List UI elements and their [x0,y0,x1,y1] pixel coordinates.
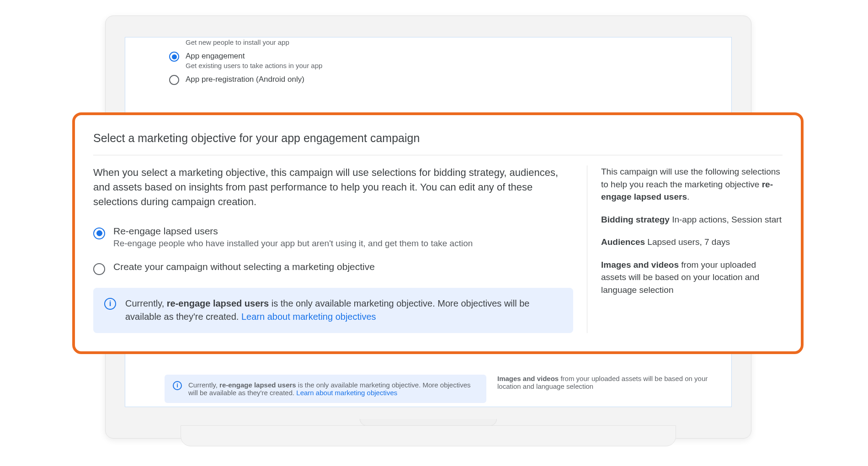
bg-engagement-title: App engagement [186,52,322,61]
side-intro-suffix: . [687,192,689,201]
side-aud-label: Audiences [601,237,645,247]
bg-installs-desc: Get new people to install your app [186,38,289,46]
radio-no-objective[interactable] [93,263,105,275]
info-text-bold: re-engage lapsed users [167,298,269,308]
selections-preview: This campaign will use the following sel… [587,165,783,333]
laptop-notch [360,419,497,426]
info-icon: i [104,298,116,310]
marketing-objective-callout: Select a marketing objective for your ap… [72,112,804,354]
option-reengage-desc: Re-engage people who have installed your… [113,238,473,249]
option-no-objective[interactable]: Create your campaign without selecting a… [93,261,573,275]
radio-reengage[interactable] [93,228,105,239]
bg-engagement-desc: Get existing users to take actions in yo… [186,62,322,69]
callout-intro: When you select a marketing objective, t… [93,165,573,209]
bg-prereg-title: App pre-registration (Android only) [186,75,304,84]
side-aud-value: Lapsed users, 7 days [645,237,730,247]
side-bid-label: Bidding strategy [601,215,670,224]
learn-more-link[interactable]: Learn about marketing objectives [241,312,376,322]
info-banner: i Currently, re-engage lapsed users is t… [93,288,573,333]
bg-side-assets-label: Images and videos [497,375,559,382]
laptop-base [181,425,676,446]
option-reengage-title: Re-engage lapsed users [113,226,473,237]
bg-info-link[interactable]: Learn about marketing objectives [296,389,397,397]
info-icon: i [173,381,182,390]
bg-info-bold: re-engage lapsed users [219,381,296,389]
option-no-objective-title: Create your campaign without selecting a… [113,261,375,272]
option-reengage[interactable]: Re-engage lapsed users Re-engage people … [93,226,573,249]
side-assets-label: Images and videos [601,260,679,270]
info-text-prefix: Currently, [125,298,167,308]
bg-info-banner: i Currently, re-engage lapsed users is t… [165,375,486,403]
side-intro-prefix: This campaign will use the following sel… [601,167,780,189]
bg-info-prefix: Currently, [188,381,219,389]
bg-radio-engagement[interactable] [169,52,179,62]
callout-heading: Select a marketing objective for your ap… [93,132,783,155]
bg-radio-prereg[interactable] [169,75,179,85]
side-bid-value: In-app actions, Session start [670,215,782,224]
